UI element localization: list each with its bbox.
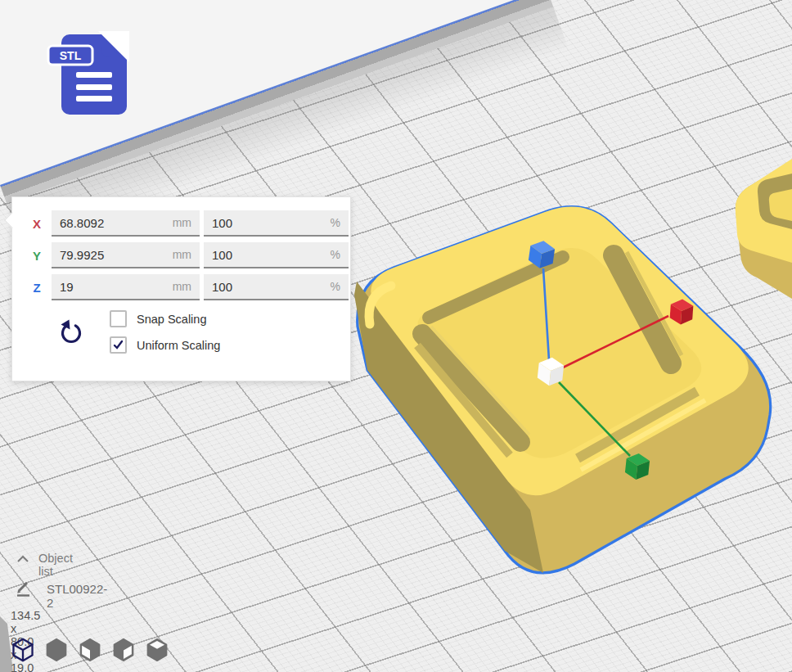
- scale-z-mm-field[interactable]: mm: [52, 274, 200, 300]
- scale-z-percent-field[interactable]: %: [204, 274, 349, 300]
- edit-pencil-icon[interactable]: [15, 580, 33, 598]
- scale-tool-panel: X mm % Y mm % Z mm %: [11, 196, 351, 381]
- view-cube-right-face-icon[interactable]: [112, 638, 135, 662]
- scale-z-percent-unit: %: [331, 280, 340, 293]
- scale-z-mm-unit: mm: [173, 280, 191, 293]
- axis-x-label: X: [26, 217, 47, 231]
- scale-row-y: Y mm %: [26, 242, 350, 268]
- scale-z-percent-input[interactable]: [212, 280, 326, 294]
- scale-x-mm-input[interactable]: [60, 216, 168, 230]
- scale-x-mm-field[interactable]: mm: [52, 210, 200, 237]
- scale-z-mm-input[interactable]: [60, 280, 168, 294]
- uniform-scaling-label: Uniform Scaling: [137, 339, 220, 352]
- object-list-header[interactable]: Object list: [38, 552, 73, 578]
- scale-y-mm-unit: mm: [173, 248, 191, 261]
- view-cube-solid-icon[interactable]: [45, 638, 68, 662]
- check-icon: [113, 340, 124, 350]
- scale-x-mm-unit: mm: [173, 216, 191, 229]
- scale-x-percent-input[interactable]: [212, 216, 326, 230]
- axis-y-label: Y: [26, 249, 47, 263]
- snap-scaling-row: Snap Scaling: [110, 310, 220, 327]
- view-cube-top-face-icon[interactable]: [146, 638, 169, 662]
- slicer-app: { "colors": { "outline-blue": "#3478E6",…: [0, 0, 792, 672]
- scale-y-percent-field[interactable]: %: [204, 242, 349, 268]
- axis-z-label: Z: [26, 281, 47, 295]
- snap-scaling-label: Snap Scaling: [137, 313, 206, 326]
- scale-y-percent-input[interactable]: [212, 248, 326, 262]
- model-selected[interactable]: [354, 207, 771, 573]
- snap-scaling-checkbox[interactable]: [110, 310, 127, 327]
- scale-x-percent-unit: %: [331, 216, 340, 229]
- uniform-scaling-row: Uniform Scaling: [110, 336, 220, 354]
- reset-rotate-ccw-icon: [57, 318, 85, 345]
- uniform-scaling-checkbox[interactable]: [110, 336, 127, 354]
- object-list-item-name[interactable]: STL00922-2: [47, 582, 107, 610]
- view-cube-wireframe-icon[interactable]: [11, 638, 34, 662]
- scale-y-percent-unit: %: [331, 248, 340, 261]
- scale-y-mm-field[interactable]: mm: [52, 242, 200, 268]
- scale-x-percent-field[interactable]: %: [204, 210, 349, 237]
- model-secondary[interactable]: [736, 159, 792, 299]
- view-mode-toolbar: [11, 638, 169, 662]
- reset-scale-button[interactable]: [57, 318, 85, 345]
- scale-row-z: Z mm %: [26, 274, 350, 300]
- stl-badge-label: STL: [60, 49, 82, 62]
- scale-y-mm-input[interactable]: [60, 248, 168, 262]
- scale-row-x: X mm %: [26, 210, 350, 237]
- chevron-up-icon[interactable]: [16, 555, 29, 563]
- view-cube-left-face-icon[interactable]: [79, 638, 101, 662]
- stl-file-icon[interactable]: STL: [48, 31, 129, 115]
